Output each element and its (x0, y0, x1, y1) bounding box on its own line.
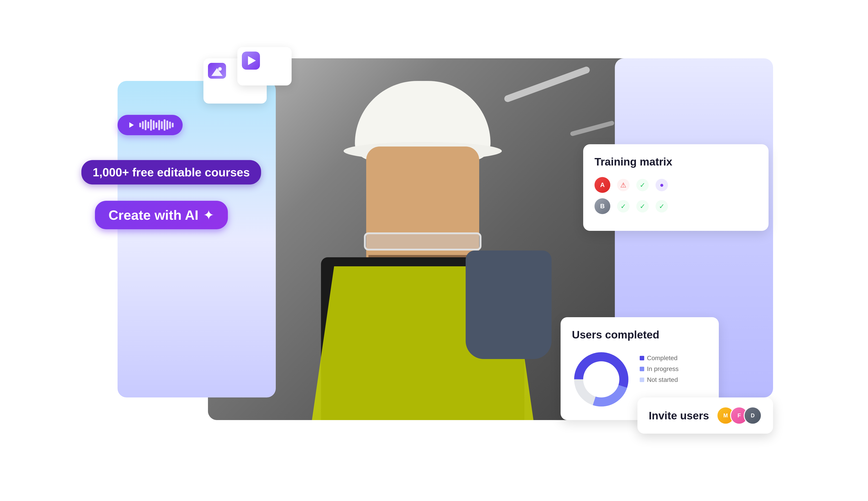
status-success-1: ✓ (636, 179, 649, 191)
play-triangle (248, 56, 256, 65)
chart-legend: Completed In progress Not started (640, 354, 678, 383)
avatar-invite-3: D (744, 406, 762, 425)
matrix-row-1: A ⚠ ✓ ● (594, 177, 757, 193)
invite-title: Invite users (649, 409, 709, 422)
image-icon (208, 63, 226, 79)
training-matrix-title: Training matrix (594, 156, 757, 168)
status-purple-1: ● (655, 179, 668, 191)
legend-notstarted-label: Not started (647, 376, 678, 383)
donut-chart (572, 350, 631, 409)
ai-badge[interactable]: Create with AI ✦ (95, 201, 228, 229)
play-small-icon (129, 122, 134, 128)
donut-svg (572, 350, 631, 409)
legend-inprogress: In progress (640, 365, 678, 373)
avatar-2: B (594, 198, 610, 214)
courses-badge-text: 1,000+ free editable courses (93, 166, 250, 179)
status-success-2c: ✓ (655, 200, 668, 213)
sparkle-icon: ✦ (203, 207, 214, 223)
video-card (237, 47, 292, 85)
svg-point-5 (586, 364, 617, 395)
glasses (364, 232, 481, 250)
status-error-1: ⚠ (617, 179, 630, 191)
legend-notstarted: Not started (640, 376, 678, 383)
main-scene: 1,000+ free editable courses Create with… (72, 36, 796, 465)
play-button-small (127, 120, 136, 129)
invite-card[interactable]: Invite users M F D (637, 397, 773, 434)
training-matrix-card: Training matrix A ⚠ ✓ ● B ✓ ✓ ✓ (583, 144, 769, 231)
legend-completed: Completed (640, 354, 678, 362)
users-completed-title: Users completed (572, 329, 708, 341)
face (366, 147, 479, 271)
legend-completed-label: Completed (647, 354, 677, 362)
waveform (139, 119, 174, 131)
legend-inprogress-label: In progress (647, 365, 678, 373)
play-icon (242, 52, 260, 70)
courses-badge[interactable]: 1,000+ free editable courses (82, 160, 261, 184)
status-success-2b: ✓ (636, 200, 649, 213)
glove (465, 250, 551, 359)
matrix-row-2: B ✓ ✓ ✓ (594, 198, 757, 214)
avatar-1: A (594, 177, 610, 193)
status-success-2a: ✓ (617, 200, 630, 213)
media-icons-area (185, 47, 344, 137)
svg-point-1 (218, 67, 222, 71)
ai-badge-text: Create with AI (108, 207, 199, 223)
avatar-group: M F D (717, 406, 762, 425)
audio-card (118, 115, 183, 135)
